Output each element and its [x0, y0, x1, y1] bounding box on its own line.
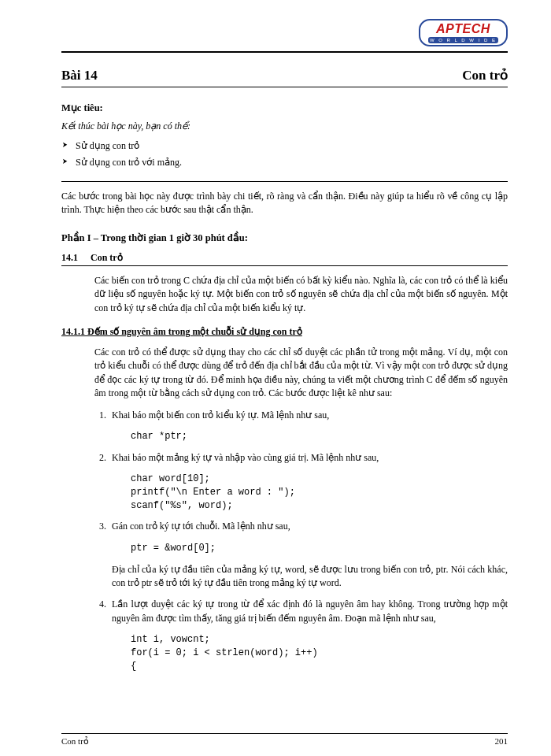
section-number: 14.1 [61, 252, 78, 264]
intro-paragraph: Các bước trong bài học này được trình bà… [61, 190, 508, 217]
code-block: char word[10]; printf("\n Enter a word :… [131, 472, 508, 512]
footer-row: Con trỏ 201 [61, 736, 508, 747]
section-14-1-paragraph: Các biến con trỏ trong C chứa địa chỉ củ… [94, 274, 508, 315]
step-text: Khai báo một biến con trỏ kiểu ký tự. Mã… [112, 410, 329, 421]
objective-item: Sử dụng con trỏ [61, 140, 508, 152]
objectives-lead: Kết thúc bài học này, bạn có thể: [61, 120, 508, 132]
footer-rule [61, 733, 508, 734]
lesson-number: Bài 14 [61, 68, 98, 83]
step-text: Khai báo một mảng ký tự và nhập vào cùng… [112, 452, 379, 463]
step-2: Khai báo một mảng ký tự và nhập vào cùng… [109, 451, 508, 513]
logo-text-bottom: W O R L D W I D E [428, 37, 498, 43]
lesson-header: Bài 14 Con trỏ [61, 67, 508, 83]
code-block: int i, vowcnt; for(i = 0; i < strlen(wor… [131, 633, 508, 673]
objectives-list: Sử dụng con trỏ Sử dụng con trỏ với mảng… [61, 140, 508, 169]
part-heading: Phần I – Trong thời gian 1 giờ 30 phút đ… [61, 232, 508, 244]
lesson-title: Con trỏ [462, 67, 508, 83]
step-4: Lần lượt duyệt các ký tự trong từ để xác… [109, 598, 508, 673]
step-text: Lần lượt duyệt các ký tự trong từ để xác… [112, 598, 508, 623]
steps-list: Khai báo một biến con trỏ kiểu ký tự. Mã… [94, 409, 508, 673]
step-3-explain: Địa chỉ của ký tự đầu tiên của mảng ký t… [112, 563, 508, 591]
logo-text-top: APTECH [436, 22, 490, 35]
code-block: char *ptr; [131, 430, 508, 443]
top-rule [61, 51, 508, 53]
page-footer: Con trỏ 201 [61, 733, 508, 747]
logo-area: APTECH W O R L D W I D E [61, 19, 508, 46]
step-3: Gán con trỏ ký tự tới chuỗi. Mã lệnh như… [109, 520, 508, 590]
page: APTECH W O R L D W I D E Bài 14 Con trỏ … [0, 0, 551, 756]
step-1: Khai báo một biến con trỏ kiểu ký tự. Mã… [109, 409, 508, 443]
footer-right: 201 [495, 736, 508, 747]
footer-left: Con trỏ [61, 736, 89, 747]
objective-item: Sử dụng con trỏ với mảng. [61, 157, 508, 169]
objectives-heading: Mục tiêu: [61, 102, 508, 114]
aptech-logo: APTECH W O R L D W I D E [419, 19, 508, 46]
section-title: Con trỏ [91, 252, 123, 264]
section-14-1-1-paragraph: Các con trỏ có thể được sử dụng thay cho… [94, 346, 508, 401]
section-14-1-1-heading: 14.1.1 Đếm số nguyên âm trong một chuỗi … [61, 326, 508, 338]
section-rule [61, 265, 508, 266]
lesson-rule [61, 87, 508, 87]
step-text: Gán con trỏ ký tự tới chuỗi. Mã lệnh như… [112, 521, 290, 532]
objectives-rule [61, 181, 508, 182]
section-14-1-header: 14.1 Con trỏ [61, 252, 508, 264]
code-block: ptr = &word[0]; [131, 542, 508, 555]
